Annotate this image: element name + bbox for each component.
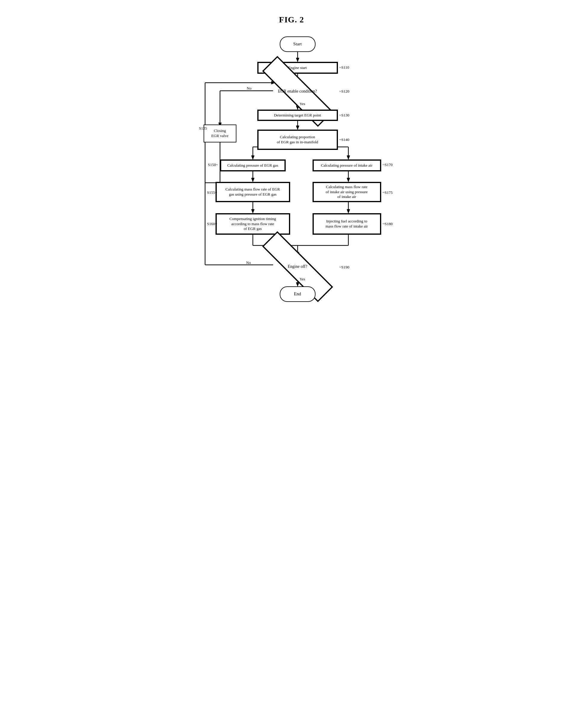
- s125-label: S125: [199, 126, 207, 131]
- engine-off-diamond: Engine off?: [258, 256, 337, 278]
- no-engine-off-label: No: [246, 260, 251, 265]
- end-terminal: End: [280, 286, 316, 302]
- s170-label: ~S170: [383, 162, 393, 167]
- s180-label: ~S180: [383, 222, 393, 226]
- yes-engine-off-label: Yes: [300, 277, 306, 282]
- calc-pressure-intake-box: Calculating pressure of intake air: [313, 159, 381, 172]
- no-egr-label: No: [247, 86, 251, 91]
- s130-label: ~S130: [339, 113, 349, 118]
- s120-label: ~S120: [339, 89, 349, 94]
- svg-marker-1: [296, 58, 299, 62]
- engine-off-text: Engine off?: [288, 264, 307, 269]
- s155-label: S155~: [207, 190, 217, 195]
- svg-marker-16: [347, 156, 350, 159]
- calc-mass-intake-box: Calculating mass flow rate of intake air…: [313, 182, 381, 202]
- svg-marker-18: [251, 178, 254, 182]
- yes-egr-label: Yes: [300, 102, 306, 106]
- s150-label: S150~: [208, 162, 218, 167]
- svg-marker-24: [347, 209, 350, 213]
- egr-enable-text: EGR enable condition?: [278, 89, 317, 94]
- s190-label: ~S190: [339, 265, 349, 270]
- svg-marker-13: [251, 156, 254, 159]
- start-terminal: Start: [280, 36, 316, 52]
- egr-enable-diamond: EGR enable condition?: [258, 81, 337, 102]
- calc-proportion-box: Calculating proportion of EGR gas in in-…: [257, 130, 338, 150]
- diagram: Start Engine start ~S110 EGR enable cond…: [181, 33, 402, 350]
- page: FIG. 2: [175, 6, 408, 359]
- comp-ignition-box: Compensating ignition timing according t…: [215, 213, 290, 235]
- s160-label: S160~: [207, 222, 217, 226]
- closing-egr-box: Closing EGR valve: [204, 125, 236, 142]
- svg-marker-10: [296, 126, 299, 130]
- s110-label: ~S110: [339, 65, 349, 70]
- calc-mass-egr-box: Calculating mass flow rate of EGR gas us…: [215, 182, 290, 202]
- calc-pressure-egr-box: Calculating pressure of EGR gas: [220, 159, 286, 172]
- inject-fuel-box: Injecting fuel according to mass flow ra…: [313, 213, 381, 235]
- s175-label: ~S175: [383, 190, 393, 195]
- svg-marker-22: [251, 209, 254, 213]
- svg-marker-32: [296, 283, 299, 286]
- det-target-egr-box: Determining target EGR point: [257, 110, 338, 121]
- figure-title: FIG. 2: [181, 15, 402, 25]
- s140-label: ~S140: [339, 137, 349, 142]
- svg-marker-20: [347, 178, 350, 182]
